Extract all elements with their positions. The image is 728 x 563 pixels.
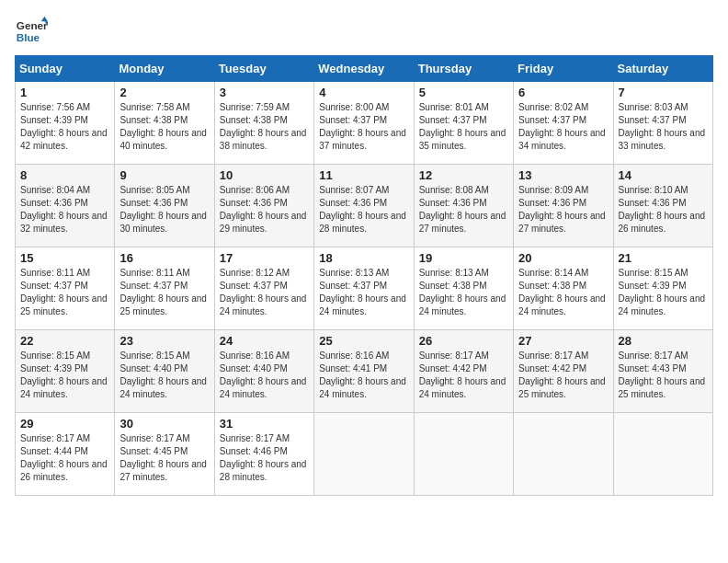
sunrise-label: Sunrise: 8:17 AM: [419, 350, 489, 361]
day-info: Sunrise: 8:17 AM Sunset: 4:45 PM Dayligh…: [119, 432, 209, 484]
sunrise-label: Sunrise: 8:17 AM: [518, 350, 588, 361]
daylight-label: Daylight: 8 hours and 28 minutes.: [220, 459, 307, 482]
day-number: 24: [220, 334, 309, 348]
sunset-label: Sunset: 4:40 PM: [119, 363, 188, 373]
day-info: Sunrise: 8:10 AM Sunset: 4:36 PM Dayligh…: [619, 184, 708, 236]
day-number: 12: [419, 168, 508, 182]
sunset-label: Sunset: 4:42 PM: [518, 363, 586, 373]
calendar-cell: 15 Sunrise: 8:11 AM Sunset: 4:37 PM Dayl…: [16, 247, 115, 330]
day-info: Sunrise: 7:59 AM Sunset: 4:38 PM Dayligh…: [220, 101, 309, 153]
day-number: 21: [619, 251, 708, 265]
calendar-cell: [613, 413, 712, 496]
day-info: Sunrise: 8:16 AM Sunset: 4:41 PM Dayligh…: [319, 350, 408, 401]
daylight-label: Daylight: 8 hours and 37 minutes.: [319, 128, 406, 151]
day-info: Sunrise: 7:58 AM Sunset: 4:38 PM Dayligh…: [119, 101, 209, 153]
day-info: Sunrise: 8:04 AM Sunset: 4:36 PM Dayligh…: [20, 184, 109, 236]
sunset-label: Sunset: 4:38 PM: [518, 281, 586, 291]
sunrise-label: Sunrise: 7:59 AM: [220, 102, 290, 112]
calendar-cell: 4 Sunrise: 8:00 AM Sunset: 4:37 PM Dayli…: [314, 82, 414, 165]
col-header-friday: Friday: [514, 56, 613, 82]
col-header-saturday: Saturday: [613, 56, 712, 82]
day-number: 6: [518, 86, 608, 99]
day-info: Sunrise: 8:05 AM Sunset: 4:36 PM Dayligh…: [119, 184, 209, 236]
calendar-cell: 14 Sunrise: 8:10 AM Sunset: 4:36 PM Dayl…: [613, 165, 712, 247]
day-number: 9: [119, 168, 209, 182]
day-info: Sunrise: 8:17 AM Sunset: 4:44 PM Dayligh…: [20, 432, 109, 484]
col-header-thursday: Thursday: [414, 56, 513, 82]
sunset-label: Sunset: 4:36 PM: [419, 198, 487, 208]
day-info: Sunrise: 8:07 AM Sunset: 4:36 PM Dayligh…: [319, 184, 408, 236]
sunset-label: Sunset: 4:37 PM: [220, 281, 288, 291]
col-header-monday: Monday: [115, 56, 214, 82]
calendar-week-row: 1 Sunrise: 7:56 AM Sunset: 4:39 PM Dayli…: [16, 82, 713, 165]
calendar-cell: 3 Sunrise: 7:59 AM Sunset: 4:38 PM Dayli…: [214, 82, 313, 165]
calendar-cell: 1 Sunrise: 7:56 AM Sunset: 4:39 PM Dayli…: [16, 82, 115, 165]
calendar-cell: 17 Sunrise: 8:12 AM Sunset: 4:37 PM Dayl…: [214, 247, 313, 330]
day-number: 19: [419, 251, 508, 265]
sunrise-label: Sunrise: 8:11 AM: [119, 268, 189, 278]
calendar-cell: 2 Sunrise: 7:58 AM Sunset: 4:38 PM Dayli…: [115, 82, 214, 165]
calendar-cell: 18 Sunrise: 8:13 AM Sunset: 4:37 PM Dayl…: [314, 247, 414, 330]
sunset-label: Sunset: 4:36 PM: [619, 198, 687, 208]
sunrise-label: Sunrise: 8:13 AM: [319, 268, 389, 278]
day-info: Sunrise: 8:13 AM Sunset: 4:37 PM Dayligh…: [319, 267, 408, 318]
day-info: Sunrise: 8:16 AM Sunset: 4:40 PM Dayligh…: [220, 350, 309, 401]
sunrise-label: Sunrise: 8:14 AM: [518, 268, 588, 278]
calendar-cell: 26 Sunrise: 8:17 AM Sunset: 4:42 PM Dayl…: [414, 330, 513, 413]
sunrise-label: Sunrise: 7:58 AM: [119, 102, 189, 112]
sunrise-label: Sunrise: 8:06 AM: [220, 185, 290, 195]
sunset-label: Sunset: 4:46 PM: [220, 446, 288, 456]
day-info: Sunrise: 8:13 AM Sunset: 4:38 PM Dayligh…: [419, 267, 508, 318]
sunrise-label: Sunrise: 8:03 AM: [619, 102, 688, 112]
daylight-label: Daylight: 8 hours and 24 minutes.: [220, 376, 307, 399]
day-number: 27: [518, 334, 608, 348]
day-info: Sunrise: 8:06 AM Sunset: 4:36 PM Dayligh…: [220, 184, 309, 236]
sunrise-label: Sunrise: 8:17 AM: [119, 433, 189, 443]
sunset-label: Sunset: 4:43 PM: [619, 363, 687, 373]
sunset-label: Sunset: 4:38 PM: [119, 115, 188, 125]
day-info: Sunrise: 8:15 AM Sunset: 4:39 PM Dayligh…: [619, 267, 708, 318]
daylight-label: Daylight: 8 hours and 24 minutes.: [20, 376, 108, 399]
calendar-week-row: 8 Sunrise: 8:04 AM Sunset: 4:36 PM Dayli…: [16, 165, 713, 247]
calendar-cell: 13 Sunrise: 8:09 AM Sunset: 4:36 PM Dayl…: [514, 165, 613, 247]
calendar-cell: 24 Sunrise: 8:16 AM Sunset: 4:40 PM Dayl…: [214, 330, 313, 413]
day-number: 29: [20, 417, 109, 431]
day-number: 14: [619, 168, 708, 182]
daylight-label: Daylight: 8 hours and 35 minutes.: [419, 128, 506, 151]
col-header-wednesday: Wednesday: [314, 56, 414, 82]
sunset-label: Sunset: 4:37 PM: [419, 115, 487, 125]
daylight-label: Daylight: 8 hours and 25 minutes.: [518, 376, 606, 399]
daylight-label: Daylight: 8 hours and 27 minutes.: [518, 211, 606, 234]
sunset-label: Sunset: 4:37 PM: [319, 281, 387, 291]
sunrise-label: Sunrise: 8:15 AM: [619, 268, 688, 278]
daylight-label: Daylight: 8 hours and 24 minutes.: [319, 293, 406, 316]
day-info: Sunrise: 8:15 AM Sunset: 4:39 PM Dayligh…: [20, 350, 109, 401]
sunrise-label: Sunrise: 8:07 AM: [319, 185, 389, 195]
daylight-label: Daylight: 8 hours and 30 minutes.: [119, 211, 207, 234]
page-header: General Blue: [15, 15, 713, 48]
day-info: Sunrise: 7:56 AM Sunset: 4:39 PM Dayligh…: [20, 101, 109, 153]
sunrise-label: Sunrise: 8:15 AM: [119, 350, 189, 361]
daylight-label: Daylight: 8 hours and 25 minutes.: [119, 293, 207, 316]
calendar-cell: 22 Sunrise: 8:15 AM Sunset: 4:39 PM Dayl…: [16, 330, 115, 413]
day-number: 25: [319, 334, 408, 348]
day-number: 28: [619, 334, 708, 348]
calendar-cell: 11 Sunrise: 8:07 AM Sunset: 4:36 PM Dayl…: [314, 165, 414, 247]
daylight-label: Daylight: 8 hours and 25 minutes.: [20, 293, 108, 316]
day-number: 2: [119, 86, 209, 99]
calendar-week-row: 15 Sunrise: 8:11 AM Sunset: 4:37 PM Dayl…: [16, 247, 713, 330]
calendar-cell: 28 Sunrise: 8:17 AM Sunset: 4:43 PM Dayl…: [613, 330, 712, 413]
day-info: Sunrise: 8:17 AM Sunset: 4:42 PM Dayligh…: [419, 350, 508, 401]
calendar-cell: 16 Sunrise: 8:11 AM Sunset: 4:37 PM Dayl…: [115, 247, 214, 330]
daylight-label: Daylight: 8 hours and 26 minutes.: [619, 211, 706, 234]
sunset-label: Sunset: 4:38 PM: [419, 281, 487, 291]
calendar-cell: 21 Sunrise: 8:15 AM Sunset: 4:39 PM Dayl…: [613, 247, 712, 330]
day-number: 23: [119, 334, 209, 348]
sunrise-label: Sunrise: 8:09 AM: [518, 185, 588, 195]
day-number: 17: [220, 251, 309, 265]
sunset-label: Sunset: 4:37 PM: [119, 281, 188, 291]
day-info: Sunrise: 8:08 AM Sunset: 4:36 PM Dayligh…: [419, 184, 508, 236]
calendar-cell: 9 Sunrise: 8:05 AM Sunset: 4:36 PM Dayli…: [115, 165, 214, 247]
calendar-cell: 10 Sunrise: 8:06 AM Sunset: 4:36 PM Dayl…: [214, 165, 313, 247]
calendar-week-row: 22 Sunrise: 8:15 AM Sunset: 4:39 PM Dayl…: [16, 330, 713, 413]
